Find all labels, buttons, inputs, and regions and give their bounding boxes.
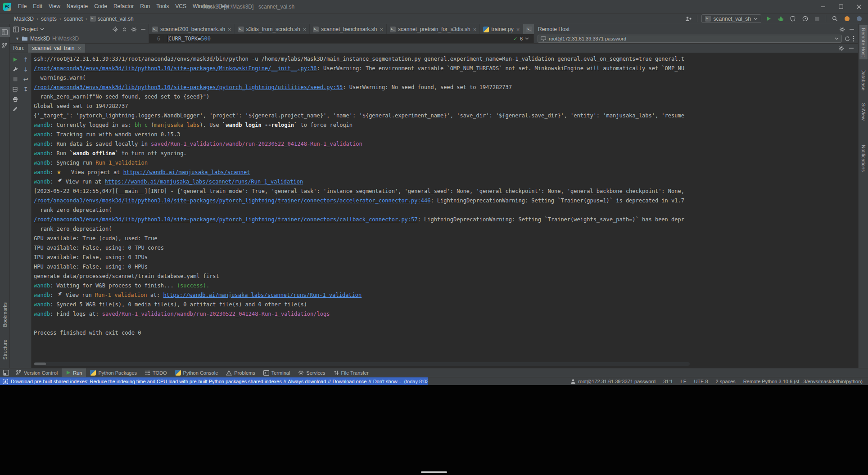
- console-link[interactable]: /root/anaconda3/envs/mask3d/lib/python3.…: [34, 197, 430, 204]
- breadcrumb-item[interactable]: >_scannet_val.sh: [90, 16, 134, 22]
- close-icon[interactable]: ×: [380, 26, 383, 33]
- stop-button[interactable]: [813, 14, 822, 23]
- run-console[interactable]: ssh://root@172.31.61.39:3371/root/anacon…: [32, 53, 858, 368]
- menu-item-view[interactable]: View: [45, 0, 63, 13]
- toolwindow-button-todo[interactable]: TODO: [141, 368, 171, 377]
- softwrap-button[interactable]: ↩: [21, 74, 31, 84]
- toolwindow-button-problems[interactable]: Problems: [222, 368, 259, 377]
- menu-item-run[interactable]: Run: [137, 0, 153, 13]
- stop-dim-button[interactable]: [10, 74, 20, 84]
- run-button[interactable]: [764, 14, 773, 23]
- more-options-button[interactable]: [853, 36, 854, 42]
- close-icon[interactable]: ×: [473, 26, 477, 33]
- run-config-selector[interactable]: >_ scannet_val_sh: [701, 14, 761, 23]
- toolwindow-quick-access-button[interactable]: [0, 368, 12, 377]
- toolwindow-button-version-control[interactable]: Version Control: [12, 368, 62, 377]
- gear-icon[interactable]: [838, 45, 844, 51]
- project-root-item[interactable]: Mask3D: [30, 36, 50, 42]
- toolwindow-button-run[interactable]: Run: [62, 368, 86, 377]
- locate-file-button[interactable]: [113, 27, 118, 32]
- status-action[interactable]: Don't show...: [373, 379, 402, 384]
- project-tool-button[interactable]: [0, 27, 10, 37]
- toolwindow-button-terminal[interactable]: Terminal: [259, 368, 294, 377]
- toolwindow-button-services[interactable]: Services: [294, 368, 329, 377]
- encoding-widget[interactable]: UTF-8: [694, 379, 708, 384]
- remote-host-tool-button[interactable]: Remote Host: [859, 25, 868, 59]
- menu-item-tools[interactable]: Tools: [153, 0, 172, 13]
- project-settings-button[interactable]: [131, 27, 137, 32]
- status-notification[interactable]: Download pre-built shared indexes: Reduc…: [0, 377, 428, 385]
- interpreter-widget[interactable]: Remote Python 3.10.6 (sf...3/envs/mask3d…: [743, 379, 863, 384]
- console-link[interactable]: /root/anaconda3/envs/mask3d/lib/python3.…: [34, 216, 418, 223]
- layout-grid-button[interactable]: [10, 84, 20, 94]
- run-with-coverage-button[interactable]: [788, 14, 797, 23]
- scrollbar-thumb[interactable]: [34, 363, 46, 365]
- remote-connection-selector[interactable]: root@172.31.61.39:3371 password: [538, 35, 842, 43]
- up-arrow-button[interactable]: ↑: [21, 54, 31, 64]
- run-console-tab[interactable]: scannet_val_train ×: [28, 44, 85, 53]
- debug-button[interactable]: [776, 14, 785, 23]
- menu-item-navigate[interactable]: Navigate: [63, 0, 91, 13]
- remote-host-widget[interactable]: root@172.31.61.39:3371 password: [570, 379, 656, 384]
- horizontal-scrollbar[interactable]: [34, 362, 690, 366]
- hide-panel-button[interactable]: [141, 27, 145, 31]
- structure-tool-button[interactable]: Structure: [1, 337, 9, 363]
- rerun-button[interactable]: [10, 54, 20, 64]
- status-action[interactable]: Download once: [333, 379, 367, 384]
- commit-tool-button[interactable]: [0, 40, 10, 50]
- close-button[interactable]: [850, 0, 868, 13]
- database-tool-button[interactable]: Database: [859, 67, 868, 93]
- line-separator-widget[interactable]: LF: [681, 379, 687, 384]
- status-action[interactable]: Always download: [288, 379, 326, 384]
- refresh-button[interactable]: [845, 36, 850, 41]
- close-icon[interactable]: ×: [516, 26, 520, 33]
- caret-position-widget[interactable]: 31:1: [663, 379, 673, 384]
- editor-tab-scannet_pretrain_for_s3dis.sh[interactable]: >_scannet_pretrain_for_s3dis.sh×: [387, 24, 480, 34]
- toolwindow-button-file-transfer[interactable]: File Transfer: [330, 368, 373, 377]
- notifications-tool-button[interactable]: Notifications: [859, 142, 868, 175]
- profiler-button[interactable]: [800, 14, 809, 23]
- sciview-tool-button[interactable]: SciView: [859, 100, 868, 123]
- editor-tab-scannet200_benchmark.sh[interactable]: >_scannet200_benchmark.sh×: [149, 24, 235, 34]
- menu-item-vcs[interactable]: VCS: [172, 0, 190, 13]
- code-with-me-button[interactable]: [854, 14, 863, 23]
- inspections-widget[interactable]: ✓ 6: [513, 36, 533, 42]
- close-icon[interactable]: ×: [228, 26, 231, 33]
- scroll-end-button[interactable]: ↧: [21, 84, 31, 94]
- collapse-all-button[interactable]: [122, 27, 127, 32]
- console-link[interactable]: https://wandb.ai/manjusaka_labs/scannet: [123, 169, 250, 175]
- toolwindow-button-python-packages[interactable]: Python Packages: [86, 368, 141, 377]
- breadcrumb-item[interactable]: Mask3D: [14, 16, 34, 22]
- gear-icon[interactable]: [839, 27, 845, 32]
- down-arrow-button[interactable]: ↓: [21, 64, 31, 74]
- project-panel-title[interactable]: Project: [21, 26, 38, 32]
- menu-item-refactor[interactable]: Refactor: [110, 0, 137, 13]
- pencil-button[interactable]: [10, 104, 20, 114]
- menu-item-file[interactable]: File: [15, 0, 30, 13]
- editor-tab-trainer.py[interactable]: trainer.py×: [480, 24, 523, 34]
- wrench-button[interactable]: [10, 64, 20, 74]
- console-link[interactable]: /root/anaconda3/envs/mask3d/lib/python3.…: [34, 65, 317, 72]
- maximize-button[interactable]: [832, 0, 850, 13]
- minimize-button[interactable]: [814, 0, 832, 13]
- editor[interactable]: 6 CURR_TOPK= 500 ✓ 6: [149, 34, 534, 43]
- breadcrumb-item[interactable]: scripts: [41, 16, 57, 22]
- console-link[interactable]: https://wandb.ai/manjusaka_labs/scannet/…: [105, 179, 303, 185]
- menu-item-edit[interactable]: Edit: [30, 0, 45, 13]
- search-everywhere-button[interactable]: [830, 14, 839, 23]
- add-user-button[interactable]: [684, 14, 693, 23]
- chevron-expand-icon[interactable]: ▼: [15, 36, 19, 41]
- hide-panel-icon[interactable]: [850, 27, 854, 31]
- menu-item-code[interactable]: Code: [91, 0, 110, 13]
- breadcrumb-item[interactable]: scannet: [63, 16, 83, 22]
- editor-tab-s3dis_from_scratch.sh[interactable]: >_s3dis_from_scratch.sh×: [235, 24, 310, 34]
- editor-tab-scannet_benchmark.sh[interactable]: >_scannet_benchmark.sh×: [310, 24, 387, 34]
- bookmarks-tool-button[interactable]: Bookmarks: [1, 300, 9, 330]
- close-icon[interactable]: ×: [303, 26, 307, 33]
- hide-panel-icon[interactable]: [849, 46, 854, 50]
- close-icon[interactable]: ×: [77, 45, 81, 52]
- toolwindow-button-python-console[interactable]: Python Console: [171, 368, 222, 377]
- indent-widget[interactable]: 2 spaces: [716, 379, 736, 384]
- print-button[interactable]: [10, 94, 20, 104]
- console-link[interactable]: https://wandb.ai/manjusaka_labs/scannet/…: [163, 292, 362, 298]
